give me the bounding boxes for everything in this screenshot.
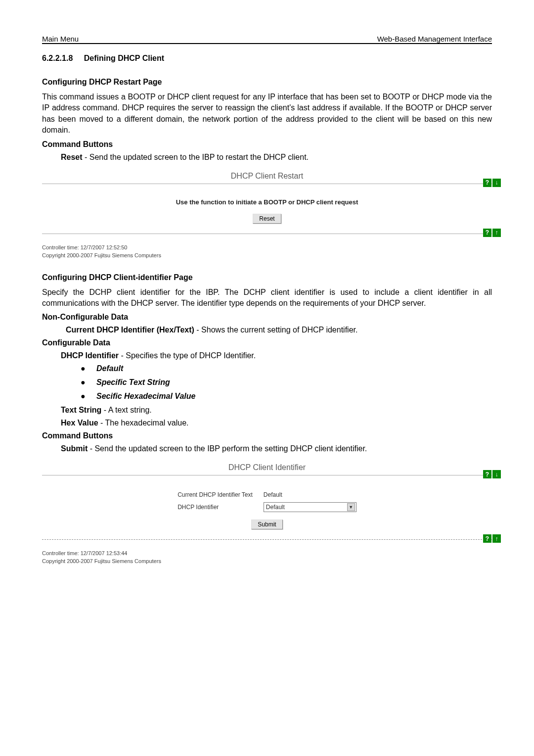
- configurable-label: Configurable Data: [42, 338, 492, 347]
- section-title: 6.2.2.1.8 Defining DHCP Client: [42, 54, 492, 63]
- identifier-options: Default Specific Text String Secific Hex…: [96, 364, 492, 401]
- bottom-divider-2: ? ↑: [42, 539, 492, 548]
- header-left: Main Menu: [42, 35, 79, 43]
- dhcp-id-label: DHCP Identifier: [173, 501, 258, 514]
- identifier-footer-copyright: Copyright 2000-2007 Fujitsu Siemens Comp…: [42, 558, 492, 564]
- restart-footer-copyright: Copyright 2000-2007 Fujitsu Siemens Comp…: [42, 252, 492, 258]
- scroll-down-icon[interactable]: ↓: [492, 179, 501, 187]
- current-id-label: Current DHCP Identifier Text: [173, 490, 258, 500]
- top-divider: ? ↓: [42, 184, 492, 192]
- help-icon[interactable]: ?: [483, 470, 491, 478]
- dhcp-identifier-screenshot: DHCP Client Identifier ? ↓ Current DHCP …: [42, 463, 492, 564]
- identifier-heading: Configuring DHCP Client-identifier Page: [42, 273, 492, 282]
- identifier-shot-title: DHCP Client Identifier: [42, 463, 492, 472]
- identifier-footer-time: Controller time: 12/7/2007 12:53:44: [42, 550, 492, 556]
- restart-shot-subtitle: Use the function to initiate a BOOTP or …: [42, 198, 492, 206]
- text-string-desc: Text String - A text string.: [61, 406, 492, 415]
- restart-body: This command issues a BOOTP or DHCP clie…: [42, 92, 492, 136]
- help-icon[interactable]: ?: [483, 534, 491, 543]
- scroll-down-icon[interactable]: ↓: [492, 470, 501, 478]
- restart-heading: Configuring DHCP Restart Page: [42, 78, 492, 87]
- hex-value-desc: Hex Value - The hexadecimal value.: [61, 419, 492, 427]
- top-divider-2: ? ↓: [42, 475, 492, 484]
- page-header: Main Menu Web-Based Management Interface: [42, 35, 492, 44]
- current-id-value: Default: [259, 490, 361, 500]
- dhcp-restart-screenshot: DHCP Client Restart ? ↓ Use the function…: [42, 172, 492, 258]
- section-number: 6.2.2.1.8: [42, 54, 73, 63]
- option-text-string: Specific Text String: [96, 378, 492, 387]
- scroll-up-icon[interactable]: ↑: [492, 229, 501, 237]
- scroll-up-icon[interactable]: ↑: [492, 534, 501, 543]
- restart-footer-time: Controller time: 12/7/2007 12:52:50: [42, 244, 492, 250]
- option-hex-value: Secific Hexadecimal Value: [96, 392, 492, 401]
- submit-button[interactable]: Submit: [251, 520, 282, 529]
- reset-button[interactable]: Reset: [253, 214, 281, 224]
- dhcp-identifier-select[interactable]: Default ▼: [264, 502, 356, 512]
- help-icon[interactable]: ?: [483, 179, 491, 187]
- non-configurable-label: Non-Configurable Data: [42, 313, 492, 322]
- section-heading: Defining DHCP Client: [84, 54, 164, 62]
- header-right: Web-Based Management Interface: [377, 35, 492, 43]
- dhcp-identifier-selected: Default: [266, 504, 285, 511]
- current-dhcp-desc: Current DHCP Identifier (Hex/Text) - Sho…: [66, 326, 492, 334]
- chevron-down-icon: ▼: [347, 503, 355, 511]
- identifier-form: Current DHCP Identifier Text Default DHC…: [172, 489, 362, 515]
- option-default: Default: [96, 364, 492, 373]
- help-icon[interactable]: ?: [483, 229, 491, 237]
- identifier-body: Specify the DCHP client identifier for t…: [42, 287, 492, 309]
- dhcp-identifier-desc: DHCP Identifier - Specifies the type of …: [61, 351, 492, 360]
- reset-desc: Reset - Send the updated screen to the I…: [61, 153, 492, 162]
- bottom-divider: ? ↑: [42, 234, 492, 242]
- restart-shot-title: DHCP Client Restart: [42, 172, 492, 181]
- command-buttons-label-1: Command Buttons: [42, 140, 492, 149]
- command-buttons-label-2: Command Buttons: [42, 431, 492, 440]
- submit-desc: Submit - Send the updated screen to the …: [61, 444, 492, 453]
